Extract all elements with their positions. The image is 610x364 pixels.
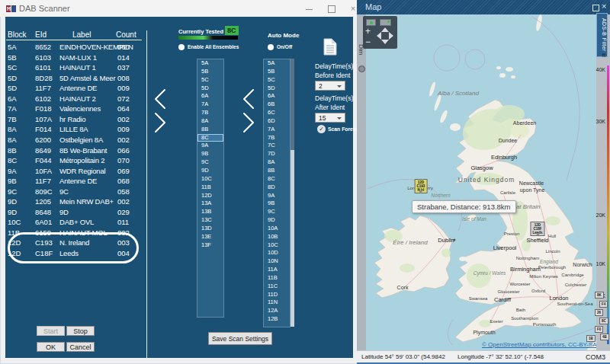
list-item-7A[interactable]: 7A <box>197 101 223 109</box>
zoom-out-icon[interactable]: − <box>365 38 371 46</box>
ok-button[interactable]: OK <box>37 342 65 352</box>
map-marker-cluster-item[interactable]: F4 <box>599 301 608 308</box>
map-marker-cluster-item[interactable]: 1B <box>586 335 596 342</box>
map-maximize-icon[interactable] <box>592 5 599 11</box>
map-marker[interactable]: 12DC18FLeeds <box>530 222 544 236</box>
start-button[interactable]: Start <box>37 326 65 336</box>
move-right-arrow-1[interactable] <box>153 112 167 133</box>
list-item-8D[interactable]: 8D <box>264 184 290 192</box>
dim-knob[interactable] <box>358 65 365 72</box>
list-item-8A[interactable]: 8A <box>264 158 290 167</box>
list-item-7B[interactable]: 7B <box>264 134 290 142</box>
table-row[interactable]: 7AF018Valenciennes064 <box>8 104 145 114</box>
table-row[interactable]: 9A10FAWDR Regional069 <box>8 166 145 177</box>
map-marker[interactable]: 12DC193N.Irl <box>415 179 428 193</box>
list-item-9A[interactable]: 9A <box>197 142 223 150</box>
list-item-12A[interactable]: 12A <box>264 307 290 315</box>
list-item-9A[interactable]: 9A <box>264 192 290 200</box>
map-marker-cluster-item[interactable]: 8K <box>595 292 604 299</box>
map-marker-cluster-item[interactable]: F0 <box>595 326 603 333</box>
list-item-8B[interactable]: 8B <box>264 167 290 175</box>
list-item-10C[interactable]: 10C <box>197 175 223 184</box>
list-item-9C[interactable]: 9C <box>197 158 223 167</box>
list-item-11B[interactable]: 11B <box>197 184 223 192</box>
map-title-bar[interactable] <box>357 0 610 14</box>
table-row[interactable]: 9D86489D029 <box>8 207 145 218</box>
list-item-11N[interactable]: 11N <box>264 299 290 307</box>
list-item-6C[interactable]: 6C <box>264 109 290 117</box>
list-item-9D[interactable]: 9D <box>197 167 223 175</box>
list-item-13D[interactable]: 13D <box>197 225 223 233</box>
list-item-5C[interactable]: 5C <box>197 76 223 85</box>
list-item-13B[interactable]: 13B <box>197 208 223 216</box>
tested-ensembles-list[interactable]: 5A5B5C5D6A7A7B8A8B8C9A9B9C9D10C11B12D13A… <box>197 59 224 318</box>
list-item-7B[interactable]: 7B <box>197 109 223 117</box>
list-item-10D[interactable]: 10D <box>264 249 290 257</box>
list-item-13F[interactable]: 13F <box>197 241 223 250</box>
list-item-9B[interactable]: 9B <box>197 150 223 158</box>
map-marker-cluster-item[interactable]: 26 <box>595 309 603 316</box>
delay-before-dropdown[interactable]: 2 <box>315 81 345 91</box>
pan-dpad-icon[interactable] <box>375 26 395 46</box>
table-row[interactable]: 9C809C9C058 <box>8 187 145 197</box>
enable-all-radio[interactable] <box>178 44 185 50</box>
list-item-6A[interactable]: 6A <box>197 92 223 101</box>
list-item-6A[interactable]: 6A <box>264 92 290 101</box>
list-item-10N[interactable]: 10N <box>264 257 290 266</box>
table-row[interactable]: 6A6102HAINAUT 2072 <box>8 94 145 104</box>
list-item-5B[interactable]: 5B <box>197 68 223 76</box>
save-scan-settings-button[interactable]: Save Scan Settings <box>208 332 272 345</box>
list-item-9B[interactable]: 9B <box>264 200 290 208</box>
auto-list-scrollbar-thumb[interactable] <box>291 59 294 150</box>
list-item-10A[interactable]: 10A <box>264 225 290 233</box>
table-row[interactable]: 9D1205Mein NRW DAB+002 <box>8 196 145 207</box>
maximize-icon[interactable] <box>328 5 336 13</box>
list-item-11D[interactable]: 11D <box>264 291 290 299</box>
document-icon[interactable] <box>323 38 337 56</box>
delay-after-dropdown[interactable]: 15 <box>315 113 345 123</box>
list-item-8C[interactable]: 8C <box>197 134 223 142</box>
list-item-11C[interactable]: 11C <box>264 283 290 291</box>
table-row[interactable]: 7B107Ahr Radio002 <box>8 114 145 125</box>
move-left-arrow-1[interactable] <box>153 88 167 110</box>
list-item-5B[interactable]: 5B <box>264 68 290 76</box>
onoff-radio[interactable] <box>268 44 274 50</box>
move-right-arrow-2[interactable] <box>242 112 255 133</box>
list-item-6D[interactable]: 6D <box>264 117 290 126</box>
table-row[interactable]: 8A6200Ostbelgien 8A002 <box>8 135 145 145</box>
map-marker-cluster-item[interactable]: 4B <box>600 334 609 340</box>
table-row[interactable]: 5D8D285D Amstel & Meer008 <box>8 73 145 84</box>
move-left-arrow-2[interactable] <box>242 88 255 110</box>
table-row[interactable]: 5A8652EINDHOVEN-KEMPEN060 <box>8 42 145 53</box>
list-item-13E[interactable]: 13E <box>197 233 223 241</box>
zoom-in-icon[interactable]: + <box>365 27 371 35</box>
table-row[interactable]: 9B11F7Antenne DE068 <box>8 176 145 187</box>
list-item-11A[interactable]: 11A <box>264 266 290 274</box>
map-marker-cluster-item[interactable]: 8C <box>599 318 608 324</box>
table-row[interactable]: 8AF014LILLE 8A009 <box>8 124 145 135</box>
table-row[interactable]: 8B86498B We-Brabant066 <box>8 145 145 156</box>
list-item-7C[interactable]: 7C <box>264 142 290 150</box>
layer-button[interactable] <box>380 19 391 26</box>
table-row[interactable]: 10C6A01DAB+ OVL011 <box>8 217 145 228</box>
list-item-8A[interactable]: 8A <box>197 117 223 126</box>
table-row[interactable]: 5D11F7Antenne DE009 <box>8 83 145 94</box>
list-item-8C[interactable]: 8C <box>264 175 290 184</box>
table-row[interactable]: 8CF044Métropolitain 2070 <box>8 155 145 166</box>
stop-button[interactable]: Stop <box>66 326 95 336</box>
auto-mode-list[interactable]: 5A5B5C5D6A6B6C6D7A7B7C7D8A8B8C8D9A9B9C9D… <box>263 59 291 327</box>
map-canvas[interactable]: Alba / ScotlandAberdeenDundeeEdinburghGl… <box>366 14 596 350</box>
list-item-12B[interactable]: 12B <box>264 315 290 324</box>
map-close-icon[interactable]: × <box>602 2 606 11</box>
table-row[interactable]: 5B6103NAM-LUX 1014 <box>8 53 145 63</box>
cancel-button[interactable]: Cancel <box>66 342 95 352</box>
track-button[interactable] <box>366 19 376 26</box>
adsb-filter-tab[interactable]: ADS-B Filter <box>596 13 608 57</box>
list-item-13A[interactable]: 13A <box>197 200 223 208</box>
list-item-5A[interactable]: 5A <box>197 59 223 68</box>
list-item-5A[interactable]: 5A <box>264 59 290 68</box>
list-item-9C[interactable]: 9C <box>264 208 290 216</box>
minimize-button[interactable] <box>303 2 316 14</box>
list-item-6B[interactable]: 6B <box>264 101 290 109</box>
list-item-8B[interactable]: 8B <box>197 126 223 134</box>
